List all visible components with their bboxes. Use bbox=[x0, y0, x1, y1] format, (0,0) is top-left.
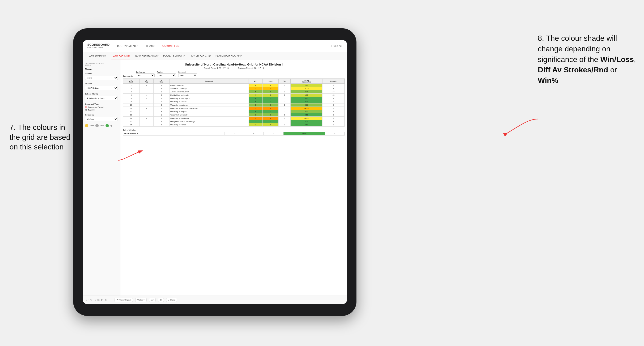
cell-opponent: University of Arkansas, Fayetteville bbox=[169, 107, 248, 110]
region-filter: Region (All) bbox=[157, 71, 176, 77]
tab-player-h2h-heatmap[interactable]: PLAYER H2H HEATMAP bbox=[216, 53, 242, 59]
cell-tie: 0 bbox=[278, 117, 290, 120]
table-row: 13 - 1 Texas Tech University 3 0 0 5.56 … bbox=[123, 113, 345, 117]
nav-teams[interactable]: TEAMS bbox=[146, 43, 155, 49]
tab-player-summary[interactable]: PLAYER SUMMARY bbox=[163, 53, 185, 59]
clock-icon[interactable]: ⏱ bbox=[105, 298, 108, 302]
conference-select[interactable]: (All) bbox=[136, 73, 155, 77]
region-select[interactable]: (All) bbox=[157, 73, 176, 77]
ood-label: NCAA Division II bbox=[123, 132, 224, 136]
col-diff: Diff AvStrokes/Rnd bbox=[290, 79, 322, 84]
cell-opponent: University of Florida bbox=[169, 123, 248, 127]
tab-player-h2h-grid[interactable]: PLAYER H2H GRID bbox=[190, 53, 211, 59]
cell-tie: 0 bbox=[278, 110, 290, 113]
cell-diff: -2.29 bbox=[290, 87, 322, 90]
crop-icon[interactable]: ⊡ bbox=[101, 298, 104, 302]
nav-committee[interactable]: COMMITTEE bbox=[162, 43, 180, 49]
sidebar-gender-section: Gender Men's bbox=[85, 73, 118, 80]
annotation-left: 7. The colours in the grid are based on … bbox=[10, 123, 76, 152]
cell-opponent: University of Virginia bbox=[169, 110, 248, 113]
toolbar-divider bbox=[111, 298, 111, 302]
cell-win: 0 bbox=[248, 117, 262, 120]
opponent-select[interactable]: (All) bbox=[178, 73, 197, 77]
ood-rounds: 3 bbox=[325, 132, 344, 136]
cell-reg: - bbox=[140, 117, 154, 120]
sub-nav: TEAM SUMMARY TEAM H2H GRID TEAM H2H HEAT… bbox=[82, 52, 347, 60]
cell-tie: 0 bbox=[278, 113, 290, 117]
cell-reg: - bbox=[140, 107, 154, 110]
cell-conf: 2 bbox=[154, 87, 169, 90]
cell-rounds: 9 bbox=[322, 84, 344, 87]
radio-opponents-played[interactable]: Opponents Played bbox=[85, 106, 118, 108]
cell-diff: 3.67 bbox=[290, 97, 322, 100]
out-of-division-table: NCAA Division II 1 0 0 26.00 3 bbox=[123, 132, 345, 136]
cell-opponent: Florida State University bbox=[169, 94, 248, 97]
forward-icon[interactable]: ⇥ bbox=[94, 298, 96, 302]
table-row: 14 - 6 University of Oklahoma 0 1 0 -1.0… bbox=[123, 117, 345, 120]
radio-top100[interactable]: Top 100 bbox=[85, 109, 118, 111]
undo-icon[interactable]: ↩ bbox=[86, 298, 88, 302]
grid-records: Overall Record: 89 - 17 - 0 Division Rec… bbox=[123, 67, 345, 69]
cell-rank: 3 bbox=[123, 87, 140, 90]
table-row: 15 - 4 Georgia Institute of Technology 5… bbox=[123, 120, 345, 123]
comment-button[interactable]: 💬 bbox=[149, 298, 156, 302]
cell-conf: 6 bbox=[154, 107, 169, 110]
ood-loss: 0 bbox=[244, 132, 264, 136]
table-row: 3 - 2 Vanderbilt University 0 4 0 -2.29 … bbox=[123, 87, 345, 90]
sign-out-button[interactable]: | Sign out bbox=[332, 44, 342, 47]
cell-conf: 2 bbox=[154, 97, 169, 100]
redo-icon[interactable]: ↪ bbox=[90, 298, 92, 302]
cell-diff: 5.56 bbox=[290, 113, 322, 117]
watch-chevron-icon: ▾ bbox=[144, 299, 144, 301]
table-row: 12 - 3 University of Virginia 1 0 0 2.33… bbox=[123, 110, 345, 113]
cell-opponent: Arizona State University bbox=[169, 90, 248, 94]
school-select[interactable]: 1. University of Nort... bbox=[85, 96, 118, 100]
copy-icon[interactable]: ⧉ bbox=[98, 298, 100, 302]
cell-reg: - bbox=[140, 123, 154, 127]
table-row: 11 - 6 University of Arkansas, Fayettevi… bbox=[123, 107, 345, 110]
cell-rounds: 8 bbox=[322, 103, 344, 107]
cell-tie: 0 bbox=[278, 87, 290, 90]
watch-button[interactable]: Watch ▾ bbox=[135, 298, 146, 302]
cell-loss: 1 bbox=[262, 123, 278, 127]
cell-tie: 0 bbox=[278, 123, 290, 127]
table-row: 6 - 2 Florida State University 4 2 0 1.8… bbox=[123, 94, 345, 97]
cell-loss: 1 bbox=[262, 107, 278, 110]
gender-select[interactable]: Men's bbox=[85, 76, 118, 80]
colour-by-select[interactable]: Win/loss bbox=[85, 117, 118, 121]
cell-win: 3 bbox=[248, 103, 262, 107]
cell-conf: 2 bbox=[154, 94, 169, 97]
cell-conf: 1 bbox=[154, 113, 169, 117]
bottom-toolbar: ↩ ↪ ⇥ ⧉ ⊡ ⏱ 👁 View: Original Watch ▾ 💬 ⊞… bbox=[82, 296, 347, 304]
sidebar-colour-by-section: Colour by Win/loss bbox=[85, 114, 118, 121]
arrow-left bbox=[116, 149, 144, 163]
cell-conf: 3 bbox=[154, 110, 169, 113]
cell-reg: - bbox=[140, 94, 154, 97]
cell-loss: 0 bbox=[262, 97, 278, 100]
tab-team-summary[interactable]: TEAM SUMMARY bbox=[87, 53, 107, 59]
cell-diff: 6.62 bbox=[290, 123, 322, 127]
cell-rounds: 9 bbox=[322, 123, 344, 127]
cell-diff: 2.33 bbox=[290, 110, 322, 113]
cell-loss: 0 bbox=[262, 113, 278, 117]
view-original-button[interactable]: 👁 View: Original bbox=[114, 298, 133, 302]
table-row: 4 - 1 Arizona State University 5 1 0 2.2… bbox=[123, 90, 345, 94]
opponent-view-radio-group: Opponents Played Top 100 bbox=[85, 106, 118, 111]
cell-rounds: 17 bbox=[322, 90, 344, 94]
col-opponent: Opponent bbox=[169, 79, 248, 84]
cell-reg: - bbox=[140, 84, 154, 87]
cell-loss: 0 bbox=[262, 110, 278, 113]
cell-loss: 0 bbox=[262, 120, 278, 123]
grid-view-button[interactable]: ⊞ bbox=[158, 298, 164, 302]
logo: SCOREBOARD Powered by clippd bbox=[87, 43, 110, 48]
tab-team-h2h-grid[interactable]: TEAM H2H GRID bbox=[112, 53, 130, 59]
cell-rounds: 9 bbox=[322, 120, 344, 123]
cell-loss: 4 bbox=[262, 87, 278, 90]
cell-conf: 1 bbox=[154, 100, 169, 103]
nav-tournaments[interactable]: TOURNAMENTS bbox=[116, 43, 138, 49]
table-row: 16 - 2 University of Florida 3 1 0 6.62 … bbox=[123, 123, 345, 127]
tab-team-h2h-heatmap[interactable]: TEAM H2H HEATMAP bbox=[134, 53, 158, 59]
share-button[interactable]: ⤴ Share bbox=[166, 298, 177, 302]
division-select[interactable]: NCAA Division I bbox=[85, 86, 118, 90]
cell-diff: 1.67 bbox=[290, 84, 322, 87]
